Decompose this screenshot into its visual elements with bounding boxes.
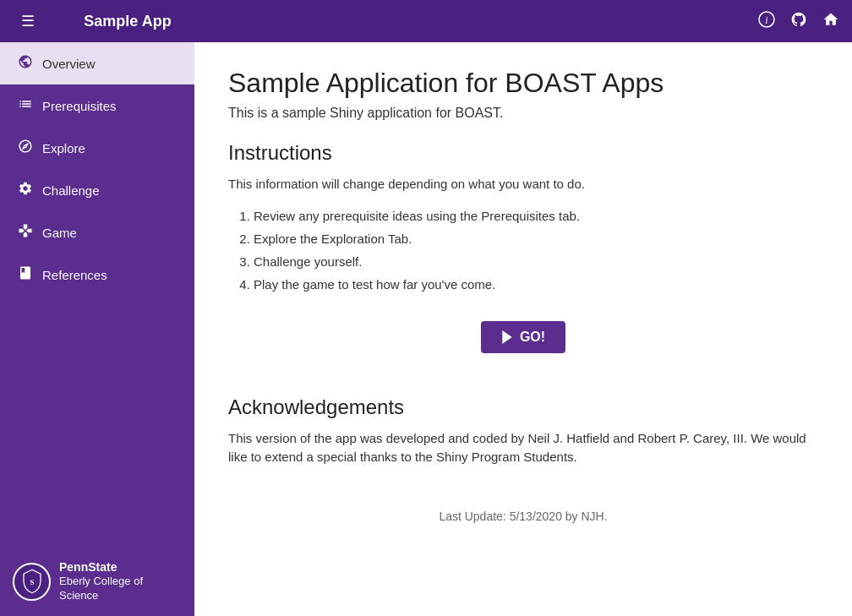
gear-icon bbox=[17, 181, 34, 199]
page-subtitle: This is a sample Shiny application for B… bbox=[228, 106, 818, 121]
book-icon bbox=[17, 265, 34, 284]
app-title: Sample App bbox=[43, 13, 212, 30]
navbar-icons: i bbox=[758, 11, 839, 32]
sidebar-item-overview[interactable]: Overview bbox=[0, 42, 194, 84]
psu-logo: S bbox=[13, 563, 51, 601]
svg-text:i: i bbox=[765, 14, 767, 26]
sidebar-game-label: Game bbox=[42, 226, 77, 240]
acknowledgements-section: Acknowledgements This version of the app… bbox=[228, 395, 818, 467]
psu-university-name: PennState bbox=[59, 559, 182, 575]
list-item: Challenge yourself. bbox=[254, 250, 818, 273]
list-item: Play the game to test how far you've com… bbox=[254, 273, 818, 296]
footer-update: Last Update: 5/13/2020 by NJH. bbox=[228, 510, 818, 523]
list-item: Review any prerequisite ideas using the … bbox=[254, 204, 818, 227]
go-button[interactable]: GO! bbox=[481, 321, 565, 353]
psu-college-name: Eberly College of Science bbox=[59, 575, 182, 603]
acknowledgements-text: This version of the app was developed an… bbox=[228, 429, 818, 467]
sidebar-item-game[interactable]: Game bbox=[0, 211, 194, 253]
sidebar-item-prerequisites[interactable]: Prerequisites bbox=[0, 84, 194, 127]
list-item: Explore the Exploration Tab. bbox=[254, 227, 818, 250]
sidebar: Overview Prerequisites Explore Challenge bbox=[0, 42, 194, 616]
sidebar-challenge-label: Challenge bbox=[42, 183, 100, 198]
info-icon[interactable]: i bbox=[758, 11, 775, 32]
sidebar-prerequisites-label: Prerequisites bbox=[42, 99, 117, 113]
list-icon bbox=[17, 96, 34, 115]
instructions-intro: This information will change depending o… bbox=[228, 175, 818, 194]
app-body: Overview Prerequisites Explore Challenge bbox=[0, 42, 852, 616]
instructions-list: Review any prerequisite ideas using the … bbox=[254, 204, 818, 296]
sidebar-nav: Overview Prerequisites Explore Challenge bbox=[0, 42, 194, 547]
page-title: Sample Application for BOAST Apps bbox=[228, 68, 818, 99]
sidebar-item-explore[interactable]: Explore bbox=[0, 127, 194, 169]
compass-icon bbox=[17, 139, 34, 157]
home-icon[interactable] bbox=[822, 11, 839, 32]
sidebar-references-label: References bbox=[42, 268, 107, 282]
menu-toggle-button[interactable]: ☰ bbox=[13, 8, 43, 35]
svg-marker-3 bbox=[502, 330, 511, 344]
sidebar-item-challenge[interactable]: Challenge bbox=[0, 169, 194, 211]
sidebar-footer: S PennState Eberly College of Science bbox=[0, 547, 194, 616]
sidebar-item-references[interactable]: References bbox=[0, 253, 194, 296]
sidebar-overview-label: Overview bbox=[42, 57, 96, 71]
acknowledgements-heading: Acknowledgements bbox=[228, 395, 818, 419]
instructions-heading: Instructions bbox=[228, 141, 818, 165]
go-button-label: GO! bbox=[520, 330, 545, 345]
gamepad-icon bbox=[17, 223, 34, 242]
svg-text:S: S bbox=[30, 578, 34, 586]
sidebar-explore-label: Explore bbox=[42, 141, 85, 155]
main-content: Sample Application for BOAST Apps This i… bbox=[194, 42, 852, 616]
github-icon[interactable] bbox=[790, 11, 807, 32]
psu-text: PennState Eberly College of Science bbox=[59, 559, 182, 603]
navbar: ☰ Sample App i bbox=[0, 0, 852, 42]
go-button-wrap: GO! bbox=[228, 313, 818, 379]
globe-icon bbox=[17, 54, 34, 73]
